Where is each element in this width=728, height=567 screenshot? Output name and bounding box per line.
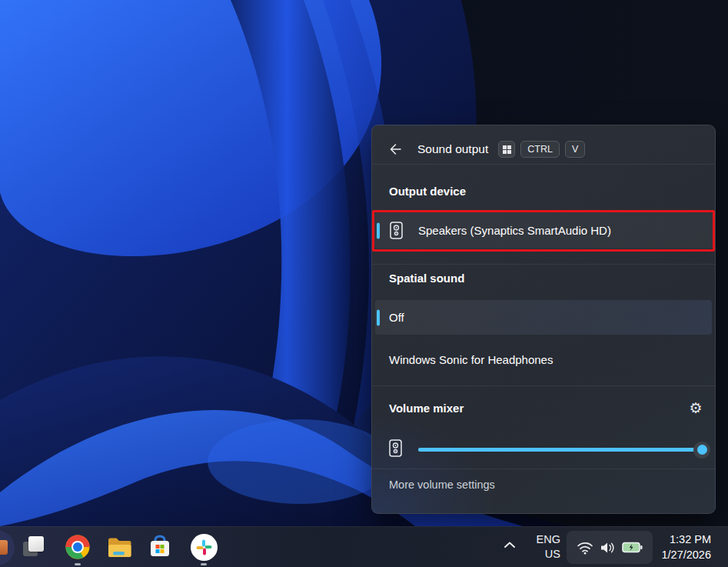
volume-speaker-icon: [389, 439, 402, 457]
taskbar: ENG US 1:32 PM 1/27/2026: [0, 526, 728, 567]
ctrl-key-badge: CTRL: [520, 141, 560, 158]
volume-slider-thumb[interactable]: [693, 442, 710, 459]
divider: [372, 469, 715, 469]
taskbar-app-chrome[interactable]: [62, 532, 93, 562]
time-label: 1:32 PM: [661, 532, 711, 547]
date-label: 1/27/2026: [661, 547, 711, 562]
windows-key-badge: [498, 141, 515, 158]
battery-charging-icon: [622, 542, 643, 553]
volume-mixer-heading: Volume mixer: [389, 402, 464, 415]
language-indicator[interactable]: ENG US: [528, 532, 560, 562]
language-line2: US: [528, 547, 560, 562]
back-arrow-icon: [387, 142, 403, 157]
windows-logo-icon: [503, 145, 511, 154]
output-device-row[interactable]: Speakers (Synaptics SmartAudio HD): [374, 212, 713, 248]
spatial-option-off-label: Off: [389, 311, 404, 324]
volume-slider[interactable]: [418, 448, 702, 452]
spatial-sound-heading: Spatial sound: [389, 272, 464, 285]
taskbar-app-pinned-partial[interactable]: [0, 530, 15, 565]
wifi-icon: [577, 541, 593, 555]
taskbar-app-task-view[interactable]: [18, 532, 48, 562]
spatial-option-off[interactable]: Off: [375, 300, 712, 335]
task-view-icon: [21, 535, 45, 559]
desktop: Sound output CTRL V Output device: [0, 0, 728, 567]
selection-indicator: [377, 222, 380, 238]
slack-icon: [191, 534, 218, 561]
v-key-badge: V: [565, 141, 585, 158]
language-line1: ENG: [528, 532, 560, 547]
spatial-option-windows-sonic[interactable]: Windows Sonic for Headphones: [375, 342, 712, 378]
flyout-header: Sound output CTRL V: [372, 125, 715, 173]
taskbar-app-file-explorer[interactable]: [105, 532, 135, 562]
chrome-running-indicator: [75, 563, 81, 565]
file-explorer-icon: [107, 535, 133, 559]
divider: [372, 264, 715, 265]
selection-indicator: [377, 309, 380, 325]
gear-icon: ⚙: [689, 401, 702, 415]
volume-slider-fill: [418, 448, 702, 452]
spatial-option-sonic-label: Windows Sonic for Headphones: [389, 353, 553, 366]
taskbar-app-microsoft-store[interactable]: [145, 532, 175, 562]
output-device-heading: Output device: [389, 185, 466, 198]
sound-output-flyout: Sound output CTRL V Output device: [371, 125, 716, 514]
clock[interactable]: 1:32 PM 1/27/2026: [661, 532, 711, 562]
divider: [372, 385, 715, 386]
tray-overflow-button[interactable]: [497, 532, 523, 558]
microsoft-store-icon: [148, 535, 172, 559]
flyout-title: Sound output: [417, 142, 488, 156]
shortcut-badges: CTRL V: [498, 141, 585, 158]
volume-icon: [600, 541, 616, 555]
slack-running-indicator: [201, 563, 207, 565]
volume-mixer-settings-button[interactable]: ⚙: [682, 394, 710, 422]
output-device-label: Speakers (Synaptics SmartAudio HD): [418, 224, 611, 237]
chevron-up-icon: [504, 542, 515, 548]
partial-app-icon: [0, 540, 8, 555]
back-button[interactable]: [383, 137, 407, 162]
quick-settings-button[interactable]: [567, 531, 653, 564]
taskbar-app-slack[interactable]: [188, 532, 219, 562]
speaker-device-icon: [390, 222, 403, 239]
more-volume-settings-link[interactable]: More volume settings: [389, 479, 495, 491]
divider: [372, 164, 715, 165]
chrome-icon: [65, 534, 91, 560]
